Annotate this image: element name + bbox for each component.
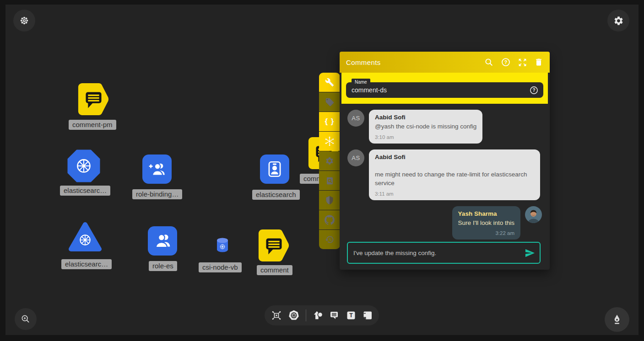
gear-icon [325, 156, 334, 165]
expand-button[interactable] [518, 58, 527, 67]
message-author: Aabid Sofi [375, 114, 476, 121]
panel-title: Comments [346, 59, 484, 66]
shield-icon [325, 196, 334, 205]
avatar-initials: AS [347, 149, 364, 166]
send-button[interactable] [525, 248, 535, 258]
message-text: me might need to change the rate-limit f… [375, 170, 534, 188]
zoom-button[interactable] [15, 308, 37, 330]
history-button[interactable] [319, 230, 340, 249]
config-gear-button[interactable] [319, 151, 340, 170]
kubernetes-octagon-icon [67, 149, 100, 182]
search-button[interactable] [484, 57, 494, 67]
shape-dock-toolbar: T [265, 305, 379, 325]
message-author: Yash Sharma [458, 210, 514, 217]
comment-tool-button[interactable] [329, 310, 340, 321]
message-author: Aabid Sofi [375, 154, 534, 160]
comment-node-icon [257, 228, 291, 263]
message-bubble: Aabid Sofi me might need to change the r… [369, 149, 540, 200]
shapes-icon [312, 310, 323, 321]
node-csi-node-vb[interactable] [214, 237, 231, 256]
cluster-flower-button[interactable] [13, 10, 35, 32]
node-role-binding[interactable] [142, 155, 172, 184]
node-label[interactable]: role-es [149, 261, 177, 271]
text-icon: T [346, 310, 357, 321]
kubernetes-icon [288, 309, 300, 321]
node-label[interactable]: csi-node-vb [199, 262, 242, 272]
kubernetes-triangle-icon [68, 221, 103, 252]
note-icon [362, 310, 373, 321]
pen-nib-icon [611, 314, 623, 325]
hub-button[interactable] [319, 132, 340, 151]
svg-text:?: ? [532, 88, 535, 93]
send-icon [525, 248, 535, 258]
message-time: 3:10 am [375, 134, 476, 140]
node-action-toolbar: { } [319, 73, 340, 249]
component-tool-button[interactable] [271, 309, 282, 321]
pen-tool-button[interactable] [605, 307, 629, 332]
avatar-initials: AS [347, 110, 364, 127]
message-time: 3:11 am [375, 191, 534, 197]
flower-icon [19, 16, 29, 26]
service-account-badge-icon [265, 160, 284, 179]
wrench-button[interactable] [319, 73, 340, 92]
chat-message: AS Aabid Sofi @yash the csi-node is miss… [347, 110, 542, 144]
message-input[interactable] [348, 250, 525, 256]
comments-panel-header[interactable]: Comments ? [340, 52, 550, 73]
node-elasticsearch-octagon[interactable] [67, 149, 100, 184]
message-text: @yash the csi-node is missing config [375, 122, 476, 131]
svg-text:T: T [349, 312, 353, 319]
settings-button[interactable] [607, 10, 629, 32]
braces-button[interactable]: { } [319, 112, 340, 131]
tag-icon [325, 97, 335, 107]
zoom-in-icon [21, 314, 31, 324]
kubernetes-tool-button[interactable] [288, 309, 300, 321]
toolbar-divider [306, 309, 306, 321]
wrench-icon [325, 78, 334, 87]
doc-search-button[interactable] [319, 171, 340, 190]
doc-search-icon [325, 176, 335, 186]
shield-button[interactable] [319, 191, 340, 210]
node-label[interactable]: comment-pm [69, 120, 116, 130]
component-icon [271, 309, 282, 321]
avatar-photo [525, 206, 542, 223]
message-bubble: Yash Sharma Sure I'll look into this 3:2… [452, 206, 520, 240]
message-list: AS Aabid Sofi @yash the csi-node is miss… [340, 104, 550, 240]
role-icon [153, 231, 172, 250]
github-icon [325, 215, 335, 225]
text-tool-button[interactable]: T [346, 310, 357, 321]
node-comment[interactable] [257, 228, 291, 265]
node-label[interactable]: role-binding… [132, 189, 182, 199]
note-tool-button[interactable] [362, 310, 373, 321]
name-field-section: Name ? [341, 73, 548, 104]
node-label[interactable]: elasticsearc… [60, 186, 110, 196]
node-label[interactable]: comment [257, 265, 292, 275]
message-text: Sure I'll look into this [458, 218, 514, 228]
node-elasticsearch-triangle[interactable] [68, 221, 103, 254]
delete-button[interactable] [534, 58, 543, 67]
settings-gear-icon [613, 16, 624, 26]
node-comment-pm[interactable] [76, 82, 110, 118]
message-bubble: Aabid Sofi @yash the csi-node is missing… [369, 110, 482, 144]
chat-message: Yash Sharma Sure I'll look into this 3:2… [347, 206, 542, 240]
search-icon [484, 57, 494, 67]
tag-button[interactable] [319, 92, 340, 112]
message-composer [347, 242, 541, 264]
node-label[interactable]: elasticsearch [252, 190, 300, 200]
name-input[interactable] [346, 86, 529, 94]
help-icon: ? [529, 85, 539, 95]
comment-node-icon [76, 82, 110, 117]
node-role-es[interactable] [148, 226, 177, 256]
github-button[interactable] [319, 210, 340, 229]
comment-icon [329, 310, 340, 321]
comments-panel: Comments ? [340, 52, 550, 270]
node-elasticsearch-serviceaccount[interactable] [260, 155, 289, 184]
node-label[interactable]: elasticsearc… [61, 259, 112, 269]
help-button[interactable]: ? [501, 57, 511, 67]
name-help-button[interactable]: ? [529, 85, 539, 95]
hub-icon [324, 136, 335, 147]
storage-cylinder-icon [214, 237, 231, 254]
expand-icon [518, 58, 527, 67]
message-time: 3:22 am [458, 230, 514, 236]
shapes-tool-button[interactable] [312, 310, 323, 321]
chat-message: AS Aabid Sofi me might need to change th… [347, 149, 542, 200]
